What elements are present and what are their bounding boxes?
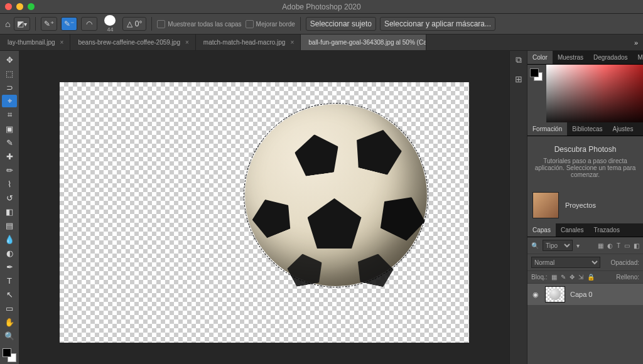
tool-clone[interactable]: ⌇ xyxy=(2,178,17,190)
tool-eyedropper[interactable]: ✎ xyxy=(2,136,17,149)
lock-trans-icon[interactable]: ▦ xyxy=(551,274,557,281)
color-swatch-pair[interactable] xyxy=(527,65,546,122)
select-subject-button[interactable]: Seleccionar sujeto xyxy=(306,17,376,31)
panel-tab[interactable]: Color xyxy=(527,51,553,64)
tool-frame[interactable]: ▣ xyxy=(2,122,17,135)
tool-lasso[interactable]: ⊃ xyxy=(2,81,17,94)
filter-smart-icon[interactable]: ◧ xyxy=(634,242,639,249)
panel-tab[interactable]: Canales xyxy=(556,223,589,237)
tool-blur[interactable]: 💧 xyxy=(2,233,17,245)
tool-history-brush[interactable]: ↺ xyxy=(2,191,17,204)
color-panel xyxy=(527,65,643,122)
sample-all-layers-checkbox[interactable]: Muestrear todas las capas xyxy=(157,20,241,28)
tool-move[interactable]: ✥ xyxy=(2,53,17,66)
angle-value: 0° xyxy=(135,19,142,28)
filter-pixel-icon[interactable]: ▦ xyxy=(598,242,603,249)
document-tab-label: match-match-head-macro.jpg xyxy=(203,39,286,46)
learn-panel-tabs: FormaciónBibliotecasAjustes xyxy=(527,122,643,136)
panel-tab[interactable]: Degradados xyxy=(588,51,632,64)
tool-eraser[interactable]: ◧ xyxy=(2,205,17,218)
close-tab-icon[interactable]: × xyxy=(60,39,64,46)
chevron-down-icon[interactable]: ▾ xyxy=(576,242,580,249)
maximize-icon[interactable] xyxy=(28,3,35,10)
layer-row[interactable]: ◉ Capa 0 xyxy=(527,284,643,305)
brush-size-value: 44 xyxy=(107,26,113,33)
document-tab[interactable]: lay-thumbnail.jpg× xyxy=(0,35,70,50)
close-tab-icon[interactable]: × xyxy=(290,39,294,46)
document-tab-label: ball-fun-game-goal-364308.jpg al 50% (Ca… xyxy=(308,39,426,46)
canvas-area[interactable] xyxy=(19,51,509,364)
panel-tab[interactable]: Formación xyxy=(527,122,567,136)
refine-edge-checkbox[interactable]: Mejorar borde xyxy=(246,20,295,28)
layer-name[interactable]: Capa 0 xyxy=(570,291,592,298)
tool-hand[interactable]: ✋ xyxy=(2,316,17,328)
minimize-icon[interactable] xyxy=(16,3,23,10)
color-picker-field[interactable] xyxy=(546,65,643,122)
tool-gradient[interactable]: ▤ xyxy=(2,219,17,232)
tool-heal[interactable]: ✚ xyxy=(2,150,17,163)
tool-preset-picker[interactable]: ◩▾ xyxy=(14,17,30,31)
tool-crop[interactable]: ⌗ xyxy=(2,109,17,121)
home-icon[interactable]: ⌂ xyxy=(5,19,10,29)
tool-path-select[interactable]: ↖ xyxy=(2,288,17,301)
dock-icon-2[interactable]: ⊞ xyxy=(515,74,522,84)
learn-thumbnail xyxy=(532,192,559,218)
brush-dot-icon xyxy=(104,15,116,26)
angle-icon: △ xyxy=(127,19,132,28)
layers-panel: 🔍 Tipo ▾ ▦ ◐ T ▭ ◧ Normal O xyxy=(527,237,643,364)
layer-thumbnail[interactable] xyxy=(545,286,565,302)
document-tab[interactable]: beans-brew-caffeine-coffee-2059.jpg× xyxy=(70,35,195,50)
lock-nest-icon[interactable]: ⇲ xyxy=(578,274,583,281)
filter-type-icon[interactable]: T xyxy=(617,242,620,249)
brush-preview[interactable]: 44 xyxy=(101,15,119,33)
close-icon[interactable] xyxy=(5,3,12,10)
search-icon[interactable]: 🔍 xyxy=(531,242,539,249)
document-tab[interactable]: ball-fun-game-goal-364308.jpg al 50% (Ca… xyxy=(301,35,426,50)
document-tab[interactable]: match-match-head-macro.jpg× xyxy=(196,35,301,50)
tool-brush[interactable]: ✏ xyxy=(2,164,17,176)
panel-tab[interactable]: Motiv xyxy=(633,51,643,64)
learn-description: Tutoriales paso a paso directa aplicació… xyxy=(534,158,637,178)
add-to-selection-icon[interactable]: ✎⁺ xyxy=(41,17,57,31)
lock-label: Bloq.: xyxy=(531,274,548,281)
canvas[interactable] xyxy=(60,82,469,343)
tool-dodge[interactable]: ◐ xyxy=(2,247,17,259)
foreground-color[interactable] xyxy=(3,348,11,357)
tool-type[interactable]: T xyxy=(2,274,17,287)
dock-icon-1[interactable]: ⧉ xyxy=(516,55,522,65)
subtract-from-selection-icon[interactable]: ✎⁻ xyxy=(61,17,77,31)
lock-image-icon[interactable]: ✎ xyxy=(561,274,566,281)
brush-settings-icon[interactable]: ◠ xyxy=(81,17,97,31)
foreground-background-colors[interactable] xyxy=(3,348,16,362)
tabs-overflow-icon[interactable]: » xyxy=(629,35,643,50)
brush-angle[interactable]: △ 0° xyxy=(122,17,146,31)
panel-tab[interactable]: Trazados xyxy=(589,223,625,237)
learn-card-projects[interactable]: Proyectos xyxy=(527,187,643,223)
lock-pos-icon[interactable]: ✥ xyxy=(570,274,575,281)
panel-tab[interactable]: Bibliotecas xyxy=(567,122,607,136)
learn-card-label: Proyectos xyxy=(565,201,596,209)
app-title: Adobe Photoshop 2020 xyxy=(282,3,360,11)
fill-label: Relleno: xyxy=(616,274,639,281)
lock-all-icon[interactable]: 🔒 xyxy=(587,274,595,281)
visibility-icon[interactable]: ◉ xyxy=(531,291,540,299)
tool-zoom[interactable]: 🔍 xyxy=(2,329,17,342)
tool-quick-select[interactable]: ⌖ xyxy=(2,95,17,107)
foreground-swatch[interactable] xyxy=(530,68,539,77)
filter-adjust-icon[interactable]: ◐ xyxy=(607,242,613,249)
layer-filter-kind[interactable]: Tipo xyxy=(543,240,573,251)
close-tab-icon[interactable]: × xyxy=(185,39,189,46)
tool-marquee[interactable]: ⬚ xyxy=(2,67,17,80)
panel-tab[interactable]: Muestras xyxy=(553,51,588,64)
opacity-label: Opacidad: xyxy=(610,259,639,266)
filter-shape-icon[interactable]: ▭ xyxy=(624,242,630,249)
panel-tab[interactable]: Capas xyxy=(527,223,556,237)
panel-tab[interactable]: Ajustes xyxy=(608,122,639,136)
blend-mode-select[interactable]: Normal xyxy=(531,257,600,268)
separator xyxy=(300,17,301,31)
select-and-mask-button[interactable]: Seleccionar y aplicar máscara... xyxy=(380,17,495,31)
tool-pen[interactable]: ✒ xyxy=(2,260,17,273)
window-controls xyxy=(5,3,35,10)
selection-marquee xyxy=(244,103,428,287)
tool-rectangle[interactable]: ▭ xyxy=(2,302,17,314)
